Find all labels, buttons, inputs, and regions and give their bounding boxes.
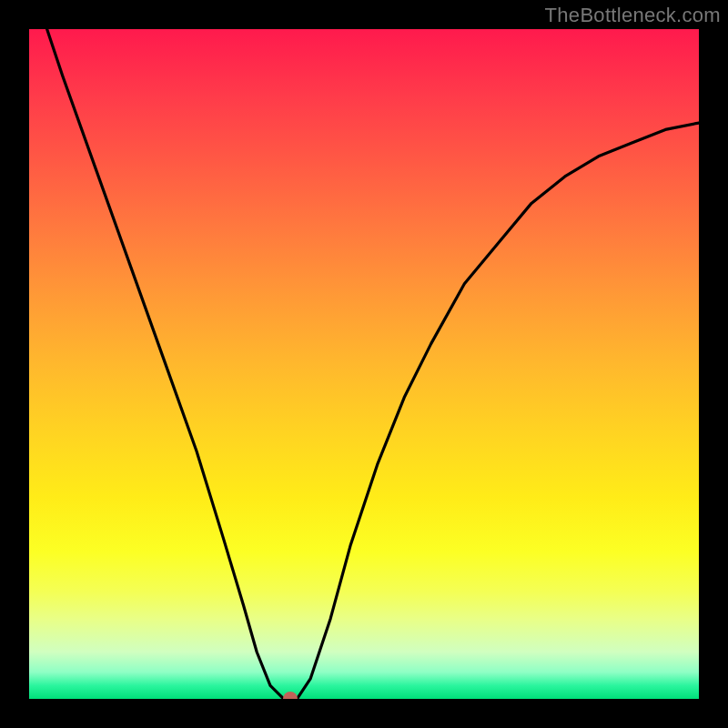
chart-svg [29,29,699,699]
bottleneck-curve [29,29,699,699]
chart-frame: TheBottleneck.com [0,0,728,728]
watermark-text: TheBottleneck.com [545,4,721,27]
plot-area [29,29,699,699]
minimum-marker [283,692,298,699]
